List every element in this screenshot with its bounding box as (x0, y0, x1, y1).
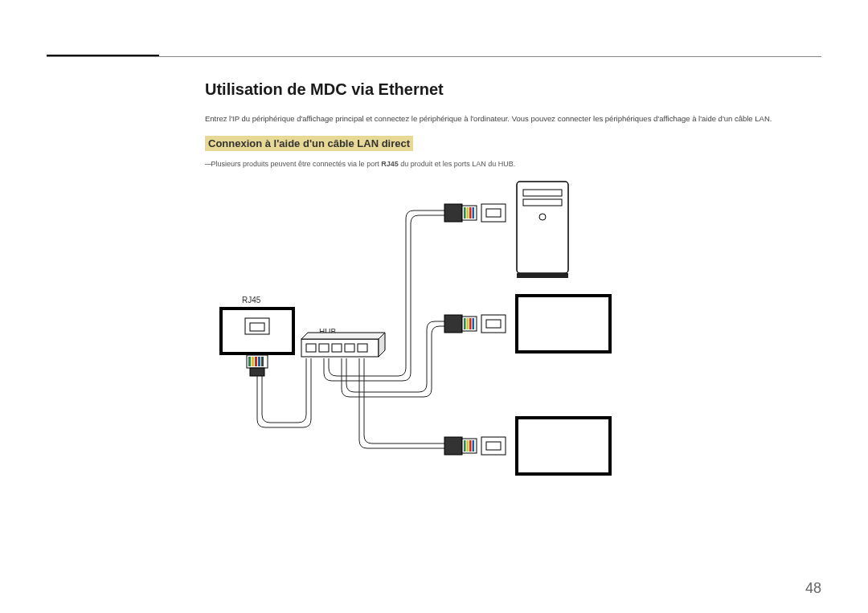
rj45-plug-icon (444, 204, 477, 222)
svg-rect-2 (250, 323, 264, 331)
svg-point-27 (539, 214, 546, 220)
header-accent-block (47, 40, 159, 56)
rj45-plug-icon (247, 355, 268, 376)
svg-rect-34 (473, 318, 475, 329)
rj45-plug-icon (444, 315, 477, 333)
svg-rect-6 (255, 357, 257, 366)
svg-rect-38 (444, 437, 462, 455)
note-post: du produit et les ports LAN du HUB. (399, 160, 516, 168)
svg-rect-7 (258, 357, 260, 366)
svg-rect-43 (473, 440, 475, 452)
svg-rect-9 (250, 368, 264, 376)
svg-rect-23 (486, 209, 501, 217)
svg-rect-15 (358, 344, 367, 352)
svg-rect-16 (444, 204, 462, 222)
svg-rect-29 (444, 315, 462, 333)
svg-rect-37 (517, 296, 610, 352)
monitor-icon (517, 296, 610, 352)
page-content: Utilisation de MDC via Ethernet Entrez l… (205, 80, 821, 511)
svg-rect-19 (467, 207, 469, 219)
note-pre: Plusieurs produits peuvent être connecté… (211, 160, 382, 168)
page-number: 48 (805, 580, 821, 597)
monitor-icon (517, 418, 610, 474)
svg-rect-8 (261, 357, 264, 366)
svg-rect-36 (486, 320, 501, 328)
connection-diagram: RJ45 HUB (205, 174, 655, 511)
svg-rect-40 (464, 440, 466, 452)
svg-rect-12 (319, 344, 329, 352)
note-bold: RJ45 (381, 160, 399, 168)
svg-rect-31 (464, 318, 466, 329)
svg-rect-11 (306, 344, 316, 352)
pc-tower-icon (517, 182, 568, 278)
svg-rect-33 (469, 318, 472, 329)
svg-rect-14 (345, 344, 354, 352)
subsection-heading: Connexion à l'aide d'un câble LAN direct (205, 136, 413, 151)
header-rule (47, 56, 821, 57)
svg-rect-28 (517, 273, 568, 278)
hub-icon (301, 333, 385, 357)
section-heading: Utilisation de MDC via Ethernet (205, 80, 821, 99)
display-rj45-icon (221, 309, 293, 353)
svg-rect-26 (523, 199, 562, 206)
note-text: Plusieurs produits peuvent être connecté… (205, 159, 821, 170)
svg-rect-13 (332, 344, 342, 352)
svg-rect-32 (467, 318, 469, 329)
rj45-plug-icon (444, 437, 477, 455)
svg-rect-21 (473, 207, 475, 219)
svg-rect-42 (469, 440, 472, 452)
svg-rect-5 (252, 357, 254, 366)
svg-rect-45 (486, 442, 501, 450)
svg-rect-25 (523, 190, 562, 196)
svg-rect-46 (517, 418, 610, 474)
intro-text: Entrez l'IP du périphérique d'affichage … (205, 113, 821, 125)
svg-rect-41 (467, 440, 469, 452)
svg-rect-18 (464, 207, 466, 219)
svg-rect-4 (248, 357, 251, 366)
svg-rect-20 (469, 207, 472, 219)
